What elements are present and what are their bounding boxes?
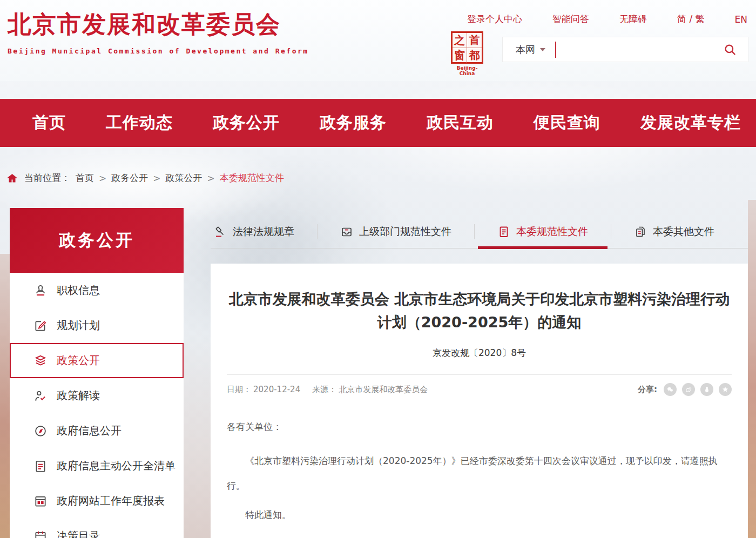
search-scope-label: 本网 bbox=[516, 43, 535, 56]
wechat-icon[interactable] bbox=[664, 383, 677, 396]
search-input[interactable] bbox=[556, 37, 723, 62]
seal-char: 首 bbox=[467, 33, 482, 48]
sidebar-item-website-annual-report[interactable]: 政府网站工作年度报表 bbox=[10, 483, 184, 519]
primary-nav: 首页 工作动态 政务公开 政务服务 政民互动 便民查询 发展改革专栏 bbox=[0, 99, 756, 147]
sidebar-item-plans[interactable]: 规划计划 bbox=[10, 308, 184, 343]
sidebar: 政务公开 职权信息 规 bbox=[10, 208, 184, 538]
site-subtitle-en: Beijing Municipal Commission of Developm… bbox=[8, 47, 309, 55]
breadcrumb-prefix: 当前位置： bbox=[24, 172, 70, 184]
nav-item-home[interactable]: 首页 bbox=[32, 112, 66, 134]
seal-char: 之 bbox=[453, 33, 467, 48]
nav-item-convenient-query[interactable]: 便民查询 bbox=[534, 112, 600, 134]
accessibility-link[interactable]: 无障碍 bbox=[619, 13, 647, 25]
doc-copy-icon bbox=[634, 225, 647, 238]
article-meta: 日期： 2020-12-24 来源： 北京市发展和改革委员会 bbox=[227, 385, 428, 395]
search-bar: 本网 bbox=[502, 37, 748, 62]
list-doc-icon bbox=[33, 459, 48, 473]
capital-window-seal-logo[interactable]: 之 首 窗 都 Beijing-China bbox=[450, 31, 484, 76]
sidebar-menu: 职权信息 规划计划 bbox=[10, 273, 184, 538]
share-label: 分享: bbox=[638, 385, 657, 395]
sidebar-item-gov-info-disclosure[interactable]: 政府信息公开 bbox=[10, 413, 184, 448]
english-link[interactable]: EN bbox=[735, 14, 747, 25]
sidebar-item-label: 规划计划 bbox=[57, 318, 100, 333]
sidebar-item-decision-directory[interactable]: 决策目录 bbox=[10, 519, 184, 538]
sidebar-item-authority-info[interactable]: 职权信息 bbox=[10, 273, 184, 308]
article-meta-row: 日期： 2020-12-24 来源： 北京市发展和改革委员会 分享: bbox=[227, 383, 732, 396]
breadcrumb-item-policy-disclosure[interactable]: 政策公开 bbox=[166, 172, 202, 184]
nav-item-work-updates[interactable]: 工作动态 bbox=[106, 112, 173, 134]
document-number: 京发改规〔2020〕8号 bbox=[211, 347, 748, 359]
nav-item-gov-disclosure[interactable]: 政务公开 bbox=[213, 112, 280, 134]
report-icon bbox=[33, 494, 48, 508]
breadcrumb-item-current: 本委规范性文件 bbox=[220, 172, 284, 184]
gavel-icon bbox=[214, 225, 227, 238]
sidebar-item-policy-interpretation[interactable]: 政策解读 bbox=[10, 378, 184, 413]
article-source: 北京市发展和改革委员会 bbox=[339, 385, 428, 395]
tab-divider bbox=[317, 224, 318, 239]
sidebar-item-policy-disclosure[interactable]: 政策公开 bbox=[10, 343, 184, 378]
compass-icon bbox=[33, 424, 48, 438]
search-scope-dropdown[interactable]: 本网 bbox=[503, 43, 555, 56]
tab-superior-normative-documents[interactable]: 上级部门规范性文件 bbox=[337, 225, 455, 239]
tab-divider bbox=[474, 224, 475, 239]
share-bar: 分享: bbox=[638, 383, 732, 396]
nav-item-reform-special[interactable]: 发展改革专栏 bbox=[640, 112, 741, 134]
page: 北京市发展和改革委员会 Beijing Municipal Commission… bbox=[0, 0, 756, 538]
simplified-traditional-toggle[interactable]: 简 / 繁 bbox=[677, 13, 705, 25]
seal-caption: Beijing-China bbox=[450, 65, 484, 76]
seal-grid: 之 首 窗 都 bbox=[451, 31, 483, 64]
sidebar-item-label: 决策目录 bbox=[57, 529, 100, 538]
login-personal-center-link[interactable]: 登录个人中心 bbox=[467, 13, 522, 25]
star-icon[interactable] bbox=[719, 383, 732, 396]
sidebar-item-label: 政策解读 bbox=[57, 388, 100, 403]
article-paragraph: 特此通知。 bbox=[227, 509, 732, 521]
seal-char: 都 bbox=[467, 48, 482, 63]
right-edge-photo-strip bbox=[748, 200, 756, 538]
seal-char: 窗 bbox=[453, 48, 467, 63]
tab-divider bbox=[611, 224, 611, 239]
home-icon[interactable] bbox=[6, 173, 18, 184]
article-title: 北京市发展和改革委员会 北京市生态环境局关于印发北京市塑料污染治理行动计划（20… bbox=[228, 287, 731, 334]
breadcrumb-item-gov-disclosure[interactable]: 政务公开 bbox=[111, 172, 148, 184]
weibo-icon[interactable] bbox=[682, 383, 695, 396]
qq-icon[interactable] bbox=[700, 383, 713, 396]
sidebar-item-proactive-disclosure-list[interactable]: 政府信息主动公开全清单 bbox=[10, 448, 184, 483]
article-panel: 北京市发展和改革委员会 北京市生态环境局关于印发北京市塑料污染治理行动计划（20… bbox=[211, 264, 748, 538]
layers-icon bbox=[33, 354, 48, 368]
interpret-icon bbox=[33, 389, 48, 403]
sidebar-item-label: 职权信息 bbox=[57, 283, 100, 298]
sidebar-item-label: 政府信息公开 bbox=[57, 423, 122, 438]
doc-red-icon bbox=[497, 225, 510, 238]
tab-laws-regulations[interactable]: 法律法规规章 bbox=[211, 225, 298, 239]
tab-label: 本委其他文件 bbox=[653, 225, 714, 239]
sidebar-item-label: 政府信息主动公开全清单 bbox=[57, 459, 176, 473]
article-salutation: 各有关单位： bbox=[227, 421, 732, 433]
site-title: 北京市发展和改革委员会 bbox=[8, 9, 309, 41]
calendar-icon bbox=[33, 529, 48, 538]
tab-label: 上级部门规范性文件 bbox=[359, 225, 451, 239]
date-label: 日期： bbox=[227, 385, 251, 395]
sidebar-title: 政务公开 bbox=[10, 208, 184, 273]
search-icon[interactable] bbox=[723, 43, 748, 57]
article-paragraph: 《北京市塑料污染治理行动计划（2020-2025年）》已经市委深改委第十四次会议… bbox=[227, 448, 732, 498]
chevron-down-icon bbox=[540, 48, 545, 51]
breadcrumb: 当前位置： 首页 > 政务公开 > 政策公开 > 本委规范性文件 bbox=[6, 172, 284, 184]
nav-item-gov-services[interactable]: 政务服务 bbox=[320, 112, 387, 134]
sidebar-item-label: 政策公开 bbox=[57, 353, 100, 368]
site-header: 北京市发展和改革委员会 Beijing Municipal Commission… bbox=[0, 0, 756, 81]
tab-label: 法律法规规章 bbox=[233, 225, 294, 239]
stamp-icon bbox=[33, 284, 48, 298]
document-category-tabs: 法律法规规章 上级部门规范性文件 bbox=[211, 215, 748, 248]
article-date: 2020-12-24 bbox=[253, 385, 300, 395]
source-label: 来源： bbox=[312, 385, 336, 395]
article-body: 各有关单位： 《北京市塑料污染治理行动计划（2020-2025年）》已经市委深改… bbox=[227, 421, 732, 538]
breadcrumb-item-home[interactable]: 首页 bbox=[76, 172, 94, 184]
utility-link-bar: 登录个人中心 智能问答 无障碍 简 / 繁 EN bbox=[467, 13, 747, 25]
site-logo: 北京市发展和改革委员会 Beijing Municipal Commission… bbox=[8, 9, 309, 55]
tab-commission-other-documents[interactable]: 本委其他文件 bbox=[631, 225, 718, 239]
tab-commission-normative-documents[interactable]: 本委规范性文件 bbox=[494, 225, 591, 239]
smart-qa-link[interactable]: 智能问答 bbox=[552, 13, 589, 25]
left-edge-photo-strip bbox=[0, 254, 10, 538]
sidebar-item-label: 政府网站工作年度报表 bbox=[57, 494, 165, 508]
nav-item-public-interaction[interactable]: 政民互动 bbox=[427, 112, 494, 134]
